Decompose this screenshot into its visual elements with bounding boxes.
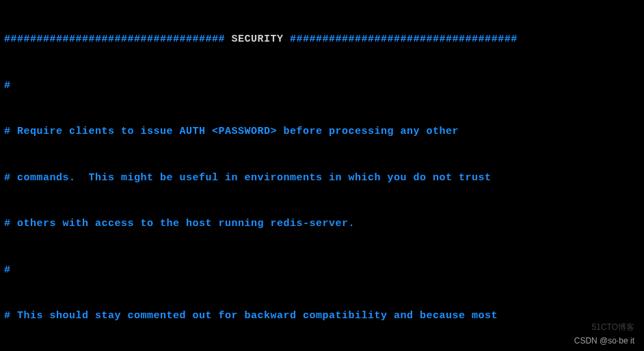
watermark: CSDN @so·be it: [574, 335, 634, 347]
comment-line: #: [4, 263, 640, 279]
section-hashes-right: ###################################: [284, 33, 518, 45]
comment-line: # commands. This might be useful in envi…: [4, 171, 640, 186]
section-hashes-left: ##################################: [4, 33, 232, 45]
comment-line: #: [4, 79, 640, 94]
watermark-faded: 51CTO博客: [592, 321, 634, 333]
section-title: SECURITY: [232, 33, 284, 45]
comment-line: # others with access to the host running…: [4, 216, 640, 232]
comment-line: # Require clients to issue AUTH <PASSWOR…: [4, 124, 640, 140]
section-header-line: ################################## SECUR…: [4, 32, 640, 48]
comment-line: # This should stay commented out for bac…: [4, 309, 640, 324]
terminal-editor[interactable]: ################################## SECUR…: [4, 1, 640, 351]
